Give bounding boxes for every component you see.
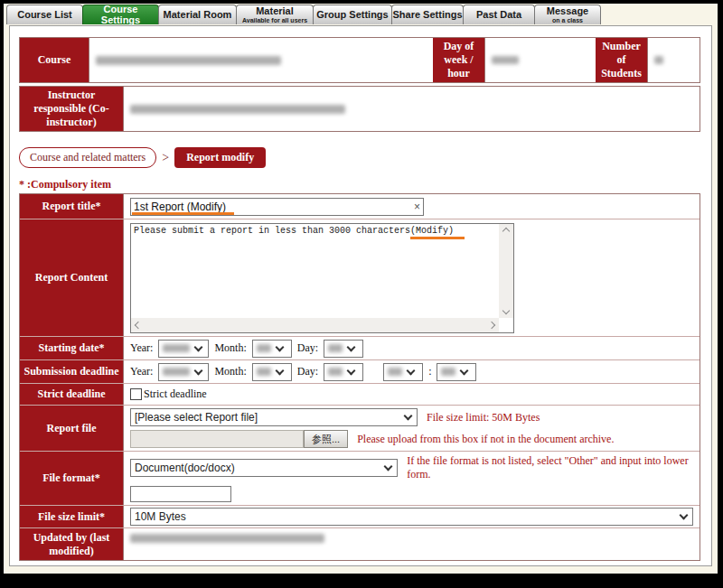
file-size-limit-label: File size limit*	[20, 506, 124, 527]
day-of-week-cell	[485, 38, 596, 82]
breadcrumb: Course and related matters > Report modi…	[19, 147, 704, 168]
year-label: Year:	[130, 341, 153, 355]
strict-deadline-label: Strict deadline	[20, 384, 124, 405]
tab-label: Past Data	[476, 10, 521, 21]
tab-share-settings[interactable]: Share Settings	[391, 5, 464, 24]
scroll-down-icon[interactable]	[502, 307, 510, 314]
report-form-table: Report title* 1st Report (Modify) × Repo…	[19, 193, 700, 561]
breadcrumb-current: Report modify	[174, 147, 266, 168]
report-file-select-value: [Please select Report file]	[135, 411, 399, 424]
report-content-label: Report Content	[20, 219, 124, 336]
file-format-label: File format*	[20, 452, 124, 505]
deadline-year-select[interactable]	[158, 363, 209, 381]
breadcrumb-parent-link[interactable]: Course and related matters	[19, 147, 156, 168]
starting-date-label: Starting date*	[20, 337, 124, 359]
compulsory-note: * :Compulsory item	[19, 178, 704, 191]
deadline-day-select[interactable]	[324, 363, 363, 381]
day-of-week-label: Day of week / hour	[433, 38, 485, 82]
vertical-scrollbar[interactable]	[499, 224, 513, 318]
report-title-label: Report title*	[20, 194, 124, 219]
report-file-select[interactable]: [Please select Report file]	[130, 408, 418, 426]
redacted-value	[328, 344, 343, 352]
tab-group-settings[interactable]: Group Settings	[313, 5, 392, 24]
file-format-other-input[interactable]	[130, 486, 231, 502]
scroll-up-icon[interactable]	[502, 228, 510, 235]
number-of-students-label: Number of Students	[596, 38, 648, 82]
chevron-down-icon	[384, 462, 393, 471]
chevron-down-icon	[404, 412, 413, 421]
deadline-hour-select[interactable]	[383, 363, 423, 381]
report-content-text: Please submit a report in less than 3000…	[134, 226, 454, 236]
chevron-down-icon	[680, 511, 689, 520]
redacted-value	[328, 368, 343, 376]
report-title-input[interactable]: 1st Report (Modify) ×	[130, 198, 424, 216]
tab-message[interactable]: Message on a class	[534, 5, 601, 24]
updated-by-redacted	[130, 534, 324, 543]
file-format-select[interactable]: Document(doc/docx)	[130, 459, 398, 477]
tab-material-all-users[interactable]: Material Available for all users	[236, 5, 314, 24]
submission-deadline-label: Submission deadline	[20, 360, 124, 383]
chevron-down-icon	[194, 342, 203, 351]
strict-deadline-checkbox[interactable]	[130, 388, 142, 400]
file-size-limit-select-value: 10M Bytes	[135, 510, 675, 523]
tab-label: Message	[547, 6, 588, 17]
report-content-textarea[interactable]: Please submit a report in less than 3000…	[130, 223, 514, 333]
course-info-row1: Course Day of week / hour Number of Stud…	[19, 37, 700, 83]
annotation-underline	[132, 212, 234, 215]
upload-note: Please upload from this box if not in th…	[357, 433, 614, 446]
instructor-cell	[124, 87, 700, 131]
chevron-down-icon	[407, 366, 416, 375]
course-info-row2: Instructor responsible (Co-instructor)	[19, 86, 700, 132]
starting-day-select[interactable]	[324, 340, 363, 358]
redacted-value	[441, 368, 455, 376]
report-file-label: Report file	[20, 406, 124, 451]
day-label: Day:	[297, 341, 318, 355]
chevron-down-icon	[347, 366, 356, 375]
day-label: Day:	[297, 365, 318, 378]
tab-label: Group Settings	[316, 10, 388, 21]
redacted-value	[388, 368, 402, 376]
browse-button[interactable]: 参照...	[304, 430, 348, 448]
scroll-right-icon[interactable]	[488, 322, 495, 329]
chevron-down-icon	[347, 342, 356, 351]
file-format-note: If the file format is not listed, select…	[407, 454, 693, 481]
instructor-label: Instructor responsible (Co-instructor)	[20, 87, 124, 131]
number-of-students-cell	[648, 38, 700, 82]
course-name-redacted	[96, 56, 281, 65]
instructor-name-redacted	[130, 105, 345, 114]
clear-input-icon[interactable]: ×	[414, 201, 420, 213]
chevron-down-icon	[460, 366, 469, 375]
tab-label: Share Settings	[392, 10, 462, 21]
strict-deadline-checkbox-label: Strict deadline	[144, 387, 207, 401]
tab-label: Course List	[17, 10, 72, 21]
deadline-month-select[interactable]	[252, 363, 292, 381]
starting-year-select[interactable]	[158, 340, 209, 358]
content-panel: Course Day of week / hour Number of Stud…	[9, 25, 712, 566]
tab-past-data[interactable]: Past Data	[463, 5, 535, 24]
file-size-limit-select[interactable]: 10M Bytes	[130, 508, 693, 526]
month-label: Month:	[214, 341, 246, 355]
tab-sublabel: Available for all users	[242, 17, 307, 23]
students-count-redacted	[654, 56, 663, 64]
redacted-value	[257, 344, 271, 352]
annotation-underline	[410, 237, 465, 239]
page: Course List Course Settings Material Roo…	[4, 4, 718, 574]
deadline-minute-select[interactable]	[437, 363, 476, 381]
year-label: Year:	[130, 365, 153, 378]
report-title-value: 1st Report (Modify)	[134, 201, 414, 213]
tab-course-settings[interactable]: Course Settings	[82, 5, 159, 24]
tab-material-room[interactable]: Material Room	[158, 5, 237, 24]
course-name-cell	[89, 38, 433, 82]
time-separator: :	[428, 365, 431, 378]
horizontal-scrollbar[interactable]	[131, 318, 499, 332]
file-upload-input[interactable]	[130, 430, 304, 448]
tab-course-list[interactable]: Course List	[6, 5, 83, 24]
starting-month-select[interactable]	[252, 340, 292, 358]
redacted-value	[163, 368, 190, 376]
tab-sublabel: on a class	[552, 17, 583, 23]
course-label: Course	[20, 38, 89, 82]
day-of-week-redacted	[492, 56, 519, 64]
file-size-note: File size limit: 50M Bytes	[427, 411, 540, 425]
tab-bar: Course List Course Settings Material Roo…	[4, 4, 718, 24]
scroll-left-icon[interactable]	[135, 322, 142, 329]
